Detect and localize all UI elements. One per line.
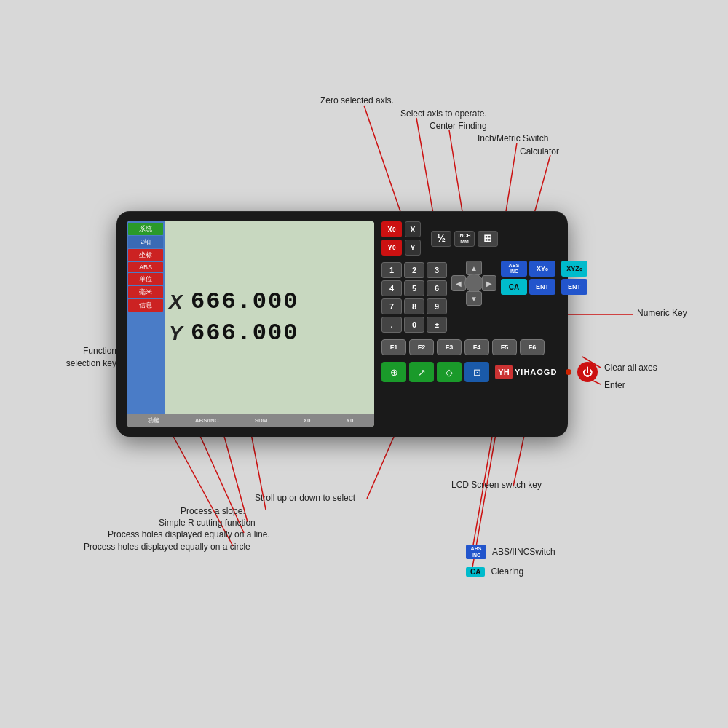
x-axis-row: X 666.000 [169, 288, 370, 315]
y-axis-label: Y [169, 322, 191, 345]
y-button[interactable]: Y [405, 240, 421, 256]
f3-button[interactable]: F3 [437, 339, 462, 355]
brand-label: YH YIHAOGD [495, 365, 557, 379]
x-axis-label: X [169, 290, 191, 314]
num-2-button[interactable]: 2 [404, 262, 424, 278]
status-y0: Y0 [347, 417, 354, 424]
num-4-button[interactable]: 4 [381, 280, 402, 296]
dpad-down-button[interactable]: ▼ [466, 291, 482, 306]
annotation-slope: Process a slope. [181, 505, 245, 518]
annotation-lcd-switch: LCD Screen switch key [451, 479, 542, 491]
sidebar-item-abs: ABS [128, 262, 163, 272]
num-7-button[interactable]: 7 [381, 298, 402, 314]
legend-abs-switch: ABSINC ABS/IINCSwitch [466, 545, 555, 559]
num-5-button[interactable]: 5 [404, 280, 424, 296]
y-axis-value: 666.000 [191, 320, 298, 347]
f2-button[interactable]: F2 [409, 339, 434, 355]
f6-button[interactable]: F6 [520, 339, 545, 355]
icon-btn-1[interactable]: ⊕ [381, 362, 406, 382]
x-axis-value: 666.000 [191, 288, 298, 315]
enter-button[interactable]: ENT [561, 279, 587, 295]
annotation-calculator: Calculator [520, 146, 559, 158]
f4-button[interactable]: F4 [464, 339, 489, 355]
annotation-numeric-key: Numeric Key [637, 307, 687, 320]
xy0-button[interactable]: XY₀ [529, 261, 555, 277]
screen-main-display: X 666.000 Y 666.000 [165, 221, 374, 414]
decimal-button[interactable]: . [381, 317, 402, 333]
dro-device: 系统 2轴 坐标 ABS 单位 毫米 信息 X 666.000 Y 666.00… [116, 211, 568, 437]
annotation-center-finding: Center Finding [430, 120, 487, 132]
num-3-button[interactable]: 3 [427, 262, 447, 278]
num-1-button[interactable]: 1 [381, 262, 402, 278]
dpad-right-button[interactable]: ▶ [482, 275, 496, 291]
annotation-enter: Enter [604, 379, 625, 392]
plusminus-button[interactable]: ± [427, 317, 447, 333]
annotation-function-selection: Functionselection key [40, 345, 116, 370]
legend-clearing: CA Clearing [466, 566, 555, 577]
ca-button[interactable]: CA [501, 279, 527, 295]
num-9-button[interactable]: 9 [427, 298, 447, 314]
brand-yh-logo: YH [495, 365, 513, 379]
screen-sidebar: 系统 2轴 坐标 ABS 单位 毫米 信息 [127, 221, 165, 414]
dpad: ▲ ◀ ▶ ▼ [451, 261, 496, 306]
dpad-up-button[interactable]: ▲ [466, 261, 482, 275]
screen-status-bar: 功能 ABS/INC SDM X0 Y0 [127, 414, 374, 427]
power-button[interactable]: ⏻ [577, 362, 598, 382]
x0-button[interactable]: X0 [381, 221, 402, 237]
inch-mm-button[interactable]: INCHMM [454, 231, 475, 247]
status-abs-inc: ABS/INC [195, 417, 219, 424]
lcd-screen: 系统 2轴 坐标 ABS 单位 毫米 信息 X 666.000 Y 666.00… [127, 221, 374, 427]
numeric-keypad: 1 2 3 4 5 6 7 8 9 . 0 ± [381, 261, 447, 333]
f5-button[interactable]: F5 [492, 339, 517, 355]
y-axis-row: Y 666.000 [169, 320, 370, 347]
legend-ca-btn: CA [466, 567, 485, 577]
status-function: 功能 [148, 416, 159, 424]
icon-btn-4[interactable]: ⊡ [464, 362, 489, 382]
sidebar-item-system: 系统 [128, 223, 163, 235]
led-indicator [566, 369, 571, 375]
icon-btn-3[interactable]: ◇ [437, 362, 462, 382]
control-panel: X0 Y0 X Y ½ INCHMM ⊞ 1 2 [381, 221, 598, 427]
xyz0-button[interactable]: XYZ₀ [561, 261, 587, 277]
sidebar-item-coord: 坐标 [128, 249, 163, 261]
icon-btn-2[interactable]: ↗ [409, 362, 434, 382]
annotation-stroll: Stroll up or down to select [255, 492, 355, 505]
ent-button[interactable]: ENT [529, 279, 555, 295]
calculator-button[interactable]: ⊞ [478, 231, 498, 247]
annotation-holes-line: Process holes displayed equally on a lin… [108, 529, 270, 541]
annotation-simple-r: Simple R cutting function [159, 517, 256, 529]
zero-button[interactable]: 0 [404, 317, 424, 333]
sidebar-item-unit: 单位 [128, 273, 163, 285]
x-button[interactable]: X [405, 221, 421, 237]
sidebar-item-2axis: 2轴 [128, 236, 163, 248]
dpad-center-button[interactable] [464, 274, 483, 293]
special-buttons: ABSINC XY₀ CA ENT [501, 261, 555, 333]
f1-button[interactable]: F1 [381, 339, 406, 355]
abs-inc-button[interactable]: ABSINC [501, 261, 527, 277]
annotation-inch-metric: Inch/Metric Switch [478, 132, 548, 145]
annotation-holes-circle: Process holes displayed equally on a cir… [84, 541, 250, 553]
annotation-clear-all: Clear all axes [604, 362, 657, 374]
legend-abs-btn: ABSINC [466, 545, 486, 559]
annotation-select-axis: Select axis to operate. [400, 108, 487, 120]
sidebar-item-info: 信息 [128, 299, 163, 312]
extra-buttons: XYZ₀ ENT [561, 261, 587, 333]
half-button[interactable]: ½ [431, 231, 451, 247]
dpad-left-button[interactable]: ◀ [451, 275, 466, 291]
sidebar-item-mm: 毫米 [128, 286, 163, 298]
brand-text: YIHAOGD [515, 368, 557, 376]
status-x0: X0 [304, 417, 311, 424]
num-6-button[interactable]: 6 [427, 280, 447, 296]
annotation-zero-axis: Zero selected axis. [320, 95, 394, 107]
status-sdm: SDM [255, 417, 268, 424]
y0-button[interactable]: Y0 [381, 240, 402, 256]
num-8-button[interactable]: 8 [404, 298, 424, 314]
